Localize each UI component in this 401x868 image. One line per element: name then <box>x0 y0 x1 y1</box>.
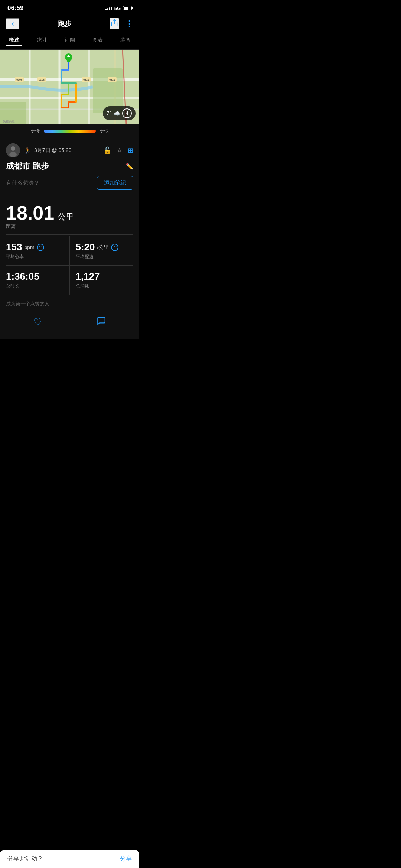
star-icon[interactable]: ☆ <box>117 146 123 155</box>
add-photo-icon[interactable]: ⊞ <box>128 146 133 155</box>
add-note-button[interactable]: 添加笔记 <box>97 176 133 190</box>
status-bar: 06:59 5G <box>0 0 139 15</box>
distance-row: 18.01 公里 距离 <box>6 199 133 233</box>
first-like-text: 成为第一个点赞的人 <box>6 300 133 307</box>
distance-label: 距离 <box>6 223 133 230</box>
speed-gradient-bar <box>44 130 96 133</box>
social-actions: ♡ <box>6 313 133 336</box>
svg-text:6108: 6108 <box>39 78 45 81</box>
distance-unit: 公里 <box>58 212 74 221</box>
speed-legend: 更慢 更快 <box>0 124 139 138</box>
comment-button[interactable] <box>97 316 106 328</box>
status-time: 06:59 <box>7 4 23 12</box>
status-icons: 5G <box>105 6 132 11</box>
heart-rate-cell: 153 bpm 〜 平均心率 <box>6 236 70 266</box>
duration-value: 1:36:05 <box>6 271 63 282</box>
wind-number: 4 <box>122 108 132 118</box>
social-section: 成为第一个点赞的人 ♡ <box>0 295 139 339</box>
tab-overview[interactable]: 概述 <box>6 35 22 46</box>
calories-cell: 1,127 总消耗 <box>70 266 134 295</box>
avatar <box>6 143 20 157</box>
faster-label: 更快 <box>100 128 109 134</box>
duration-cell: 1:36:05 总时长 <box>6 266 70 295</box>
stats-grid: 153 bpm 〜 平均心率 5:20 /公里 〜 平均配速 1:36:05 总… <box>6 236 133 295</box>
map-container[interactable]: 6108 6108 6321 6321 法律信息 7° ☁️ 4 <box>0 50 139 124</box>
tab-gear[interactable]: 装备 <box>117 35 134 46</box>
note-placeholder[interactable]: 有什么想法？ <box>6 179 39 186</box>
heart-rate-label: 平均心率 <box>6 254 63 260</box>
calories-value: 1,127 <box>76 271 134 282</box>
temperature: 7° <box>107 110 111 116</box>
duration-label: 总时长 <box>6 283 63 289</box>
tab-laps[interactable]: 计圈 <box>62 35 78 46</box>
pace-label: 平均配速 <box>76 254 134 260</box>
tabs: 概述 统计 计圈 图表 装备 <box>0 34 139 50</box>
page-title: 跑步 <box>58 19 71 28</box>
cloud-icon: ☁️ <box>114 110 120 116</box>
nav-header: ‹ 跑步 ⋮ <box>0 15 139 34</box>
share-button[interactable] <box>110 18 119 29</box>
activity-title: 成都市 跑步 <box>6 160 49 172</box>
back-button[interactable]: ‹ <box>6 18 19 29</box>
heart-rate-value: 153 bpm 〜 <box>6 241 63 253</box>
tab-charts[interactable]: 图表 <box>89 35 106 46</box>
divider-1 <box>6 234 133 235</box>
pace-value: 5:20 /公里 〜 <box>76 241 134 253</box>
stats-section: 18.01 公里 距离 153 bpm 〜 平均心率 5:20 /公里 〜 平均… <box>0 199 139 295</box>
meta-info: 🏃 3月7日 @ 05:20 <box>24 147 100 154</box>
svg-text:6321: 6321 <box>109 78 115 81</box>
svg-text:6108: 6108 <box>16 78 22 81</box>
activity-header: 🏃 3月7日 @ 05:20 🔓 ☆ ⊞ 成都市 跑步 ✏️ 有什么想法？ 添加… <box>0 138 139 199</box>
calories-label: 总消耗 <box>76 283 134 289</box>
run-icon: 🏃 <box>24 147 31 154</box>
tab-stats[interactable]: 统计 <box>34 35 50 46</box>
battery-icon <box>123 6 132 10</box>
heart-rate-icon: 〜 <box>37 244 44 251</box>
svg-text:法律信息: 法律信息 <box>3 120 15 123</box>
activity-meta: 🏃 3月7日 @ 05:20 🔓 ☆ ⊞ <box>6 143 133 157</box>
like-button[interactable]: ♡ <box>33 316 42 328</box>
pace-icon: 〜 <box>111 244 118 251</box>
distance-value: 18.01 <box>6 202 54 224</box>
network-type: 5G <box>114 6 121 11</box>
lock-icon[interactable]: 🔓 <box>103 146 111 155</box>
svg-point-27 <box>11 146 15 151</box>
activity-title-row: 成都市 跑步 ✏️ <box>6 160 133 172</box>
edit-icon[interactable]: ✏️ <box>126 163 133 170</box>
activity-date: 3月7日 @ 05:20 <box>34 147 72 154</box>
svg-point-28 <box>9 152 17 157</box>
slower-label: 更慢 <box>30 128 40 134</box>
weather-badge: 7° ☁️ 4 <box>103 106 136 120</box>
svg-text:6321: 6321 <box>83 78 89 81</box>
more-button[interactable]: ⋮ <box>125 19 133 29</box>
pace-cell: 5:20 /公里 〜 平均配速 <box>70 236 134 266</box>
nav-actions: ⋮ <box>110 18 133 29</box>
signal-icon <box>105 6 112 10</box>
meta-actions: 🔓 ☆ ⊞ <box>103 146 133 155</box>
note-row: 有什么想法？ 添加笔记 <box>6 176 133 190</box>
